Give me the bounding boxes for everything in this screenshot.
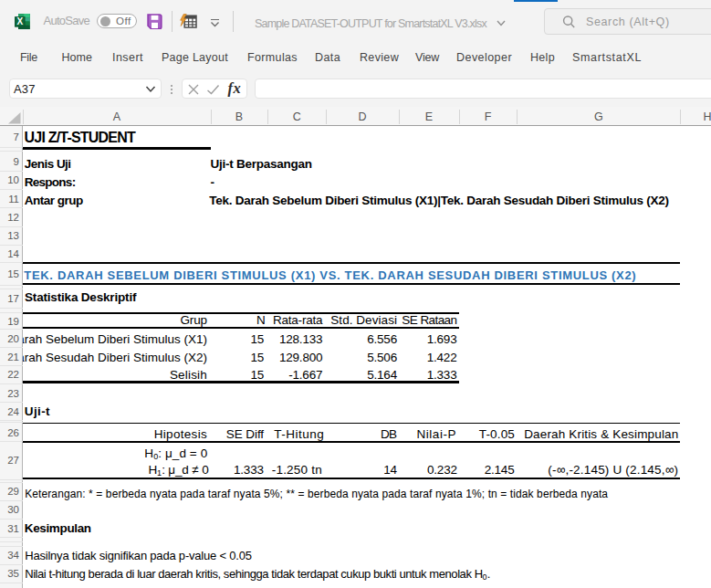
svg-text:X: X [16,16,23,26]
